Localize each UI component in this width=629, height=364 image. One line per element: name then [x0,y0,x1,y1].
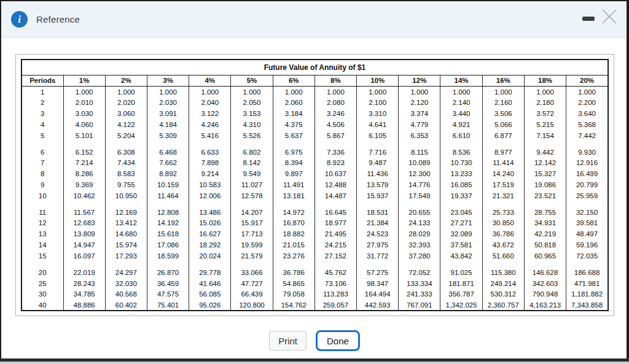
column-header-rate: 6% [273,75,314,87]
value-cell: 15.618 [147,228,189,239]
table-row: 1313.80914.68015.61816.62717.71318.88221… [21,228,608,239]
value-cell: 25.959 [566,190,608,201]
value-cell: 2.010 [63,98,105,109]
table-row: 22.0102.0202.0302.0402.0502.0602.0802.10… [21,98,608,109]
value-cell: 3.310 [357,108,399,119]
value-cell: 27.975 [357,239,399,250]
value-cell: 1.000 [147,87,189,98]
dialog-titlebar: i Reference [1,1,627,38]
value-cell: 16.085 [440,179,482,190]
value-cell: 12.169 [105,207,147,218]
value-cell: 7.442 [566,130,608,141]
value-cell: 249.214 [482,278,524,289]
column-header-rate: 14% [440,75,482,87]
value-cell: 32.150 [566,207,608,218]
close-icon[interactable] [600,7,619,26]
period-cell: 3 [21,108,63,119]
value-cell: 18.531 [357,207,399,218]
value-cell: 8.142 [231,158,273,169]
value-cell: 21.495 [314,228,356,239]
value-cell: 57.275 [357,267,399,278]
value-cell: 6.877 [482,130,524,141]
value-cell: 4.246 [189,119,231,130]
value-cell: 12.006 [189,190,231,201]
minimize-icon[interactable] [582,17,595,21]
value-cell: 442.593 [357,300,399,311]
value-cell: 4.641 [357,119,399,130]
value-cell: 4.184 [147,119,189,130]
table-row: 1212.68313.41214.19215.02615.91716.87018… [21,218,608,229]
value-cell: 20.799 [566,179,608,190]
value-cell: 32.030 [105,278,147,289]
value-cell: 16.870 [273,218,314,229]
value-cell: 1.000 [314,87,356,98]
window-frame-right [627,0,629,358]
value-cell: 2,360.757 [482,300,524,311]
value-cell: 27.271 [440,218,482,229]
reference-table-card: Future Value of Annuity of $1Periods1%2%… [15,54,614,316]
value-cell: 29.778 [189,267,231,278]
value-cell: 10.950 [105,190,147,201]
group-spacer-row [21,201,608,207]
value-cell: 14.240 [482,168,524,179]
value-cell: 342.603 [524,278,566,289]
value-cell: 2.200 [566,98,608,109]
value-cell: 20.024 [189,250,231,261]
value-cell: 18.599 [147,250,189,261]
value-cell: 7.716 [357,147,399,158]
value-cell: 16.499 [566,168,608,179]
value-cell: 26.870 [147,267,189,278]
value-cell: 3.122 [189,108,231,119]
value-cell: 20.655 [399,207,440,218]
value-cell: 17.713 [231,228,273,239]
column-header-rate: 2% [105,75,147,87]
value-cell: 13.486 [189,207,231,218]
value-cell: 3.060 [105,108,147,119]
value-cell: 12.808 [147,207,189,218]
value-cell: 54.865 [273,278,314,289]
value-cell: 39.581 [566,218,608,229]
value-cell: 8.923 [314,158,356,169]
value-cell: 11.491 [273,179,314,190]
value-cell: 33.066 [231,267,273,278]
period-cell: 13 [21,228,63,239]
value-cell: 12.916 [566,158,608,169]
period-cell: 11 [21,207,63,218]
period-cell: 4 [21,119,63,130]
period-cell: 20 [21,267,63,278]
value-cell: 6.152 [63,147,105,158]
done-button[interactable]: Done [316,330,360,351]
value-cell: 6.610 [440,130,482,141]
value-cell: 36.786 [273,267,314,278]
table-row: 55.1015.2045.3095.4165.5265.6375.8676.10… [21,130,608,141]
value-cell: 1.000 [482,87,524,98]
value-cell: 73.106 [314,278,356,289]
value-cell: 9.369 [63,179,105,190]
value-cell: 56.085 [189,288,231,300]
window-frame-bottom-shadow [0,362,629,364]
value-cell: 14.192 [147,218,189,229]
table-row: 1516.09717.29318.59920.02421.57923.27627… [21,250,608,261]
value-cell: 19.337 [440,190,482,201]
value-cell: 2.040 [189,98,231,109]
value-cell: 9.897 [273,168,314,179]
value-cell: 32.089 [440,228,482,239]
value-cell: 1,342.025 [440,300,482,311]
value-cell: 8.115 [399,147,440,158]
value-cell: 2.120 [399,98,440,109]
value-cell: 8.536 [440,147,482,158]
value-cell: 186.688 [566,267,608,278]
value-cell: 11.414 [482,158,524,169]
print-button[interactable]: Print [269,331,307,350]
value-cell: 10.583 [189,179,231,190]
value-cell: 2.020 [105,98,147,109]
column-header-rate: 3% [147,75,189,87]
value-cell: 1.000 [357,87,399,98]
value-cell: 120.800 [231,300,273,311]
value-cell: 1.000 [399,87,440,98]
value-cell: 7.662 [147,158,189,169]
value-cell: 3.506 [482,108,524,119]
period-cell: 15 [21,250,63,261]
value-cell: 6.468 [147,147,189,158]
value-cell: 2.100 [357,98,399,109]
